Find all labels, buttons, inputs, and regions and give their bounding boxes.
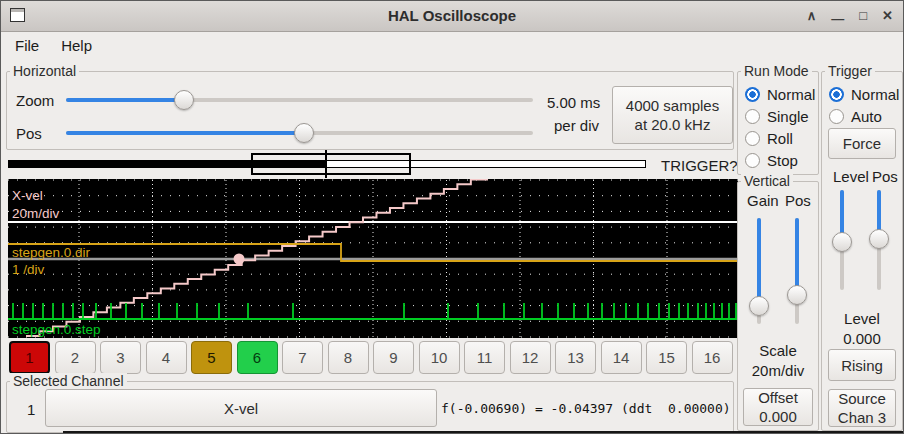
run-mode-panel: Run Mode NormalSingleRollStop bbox=[737, 71, 819, 175]
run-mode-option-roll[interactable]: Roll bbox=[738, 127, 818, 149]
run-mode-option-label: Stop bbox=[767, 152, 798, 169]
offset-button[interactable]: Offset 0.000 bbox=[743, 388, 813, 426]
scale-caption: Scale bbox=[738, 342, 818, 359]
zoom-slider[interactable] bbox=[66, 90, 533, 110]
channel-button-2[interactable]: 2 bbox=[55, 341, 96, 374]
view-window-box[interactable] bbox=[251, 153, 411, 175]
maximize-button[interactable]: □ bbox=[859, 1, 867, 31]
run-mode-option-label: Roll bbox=[767, 130, 793, 147]
horizontal-panel-title: Horizontal bbox=[10, 63, 79, 79]
trigger-edge-label: Rising bbox=[841, 356, 883, 375]
trigger-panel: Trigger NormalAuto Force Level Pos Level… bbox=[821, 71, 903, 431]
trigger-pos-slider-label: Pos bbox=[872, 168, 898, 185]
zoom-slider-handle[interactable] bbox=[174, 90, 194, 110]
vertical-pos-slider[interactable] bbox=[786, 218, 808, 324]
channel-button-14[interactable]: 14 bbox=[601, 341, 642, 374]
run-mode-option-single[interactable]: Single bbox=[738, 105, 818, 127]
pos-slider-label: Pos bbox=[16, 125, 42, 142]
gain-slider[interactable] bbox=[748, 218, 770, 324]
trigger-mode-option-label: Auto bbox=[851, 108, 882, 125]
trigger-source-button[interactable]: Source Chan 3 bbox=[828, 389, 896, 427]
trigger-level-value: 0.000 bbox=[822, 330, 902, 347]
record-rate-line: at 20.0 kHz bbox=[635, 115, 711, 134]
trigger-level-slider-label: Level bbox=[833, 168, 869, 185]
trigger-mode-option-label: Normal bbox=[851, 86, 899, 103]
close-button[interactable]: ✕ bbox=[882, 1, 893, 31]
radio-icon[interactable] bbox=[745, 109, 760, 124]
channel-button-8[interactable]: 8 bbox=[328, 341, 369, 374]
force-button[interactable]: Force bbox=[828, 128, 896, 159]
selected-channel-title: Selected Channel bbox=[10, 373, 127, 389]
trigger-level-slider[interactable] bbox=[831, 190, 853, 290]
channel-button-16[interactable]: 16 bbox=[692, 341, 733, 374]
trace-stepgen.0.step-pulses bbox=[13, 303, 736, 319]
radio-icon[interactable] bbox=[829, 87, 844, 102]
vertical-title: Vertical bbox=[741, 173, 793, 189]
time-per-div-caption: per div bbox=[547, 117, 599, 134]
selected-channel-panel: Selected Channel 1 X-vel f(-0.00690) = -… bbox=[6, 381, 734, 433]
trigger-status-label: TRIGGER? bbox=[661, 157, 733, 174]
channel-button-4[interactable]: 4 bbox=[146, 341, 187, 374]
trace-label-X-vel-scale: 20m/div bbox=[12, 206, 60, 221]
selected-channel-number: 1 bbox=[27, 401, 35, 418]
channel-button-12[interactable]: 12 bbox=[510, 341, 551, 374]
horizontal-pos-slider[interactable] bbox=[66, 123, 533, 143]
trigger-mode-option-normal[interactable]: Normal bbox=[822, 83, 902, 105]
offset-label: Offset bbox=[758, 388, 798, 407]
channel-button-15[interactable]: 15 bbox=[646, 341, 687, 374]
trigger-point-marker bbox=[234, 254, 245, 265]
trigger-level-caption: Level bbox=[822, 310, 902, 327]
horizontal-panel: Horizontal Zoom Pos 5.00 ms per div 4000… bbox=[6, 71, 734, 150]
channel-button-7[interactable]: 7 bbox=[282, 341, 323, 374]
radio-icon[interactable] bbox=[745, 153, 760, 168]
channel-button-3[interactable]: 3 bbox=[100, 341, 141, 374]
trace-label-stepgen.0.step: stepgen.0.step bbox=[12, 322, 101, 337]
radio-icon[interactable] bbox=[829, 109, 844, 124]
radio-icon[interactable] bbox=[745, 131, 760, 146]
gain-slider-handle[interactable] bbox=[749, 296, 769, 316]
run-mode-option-label: Single bbox=[767, 108, 809, 125]
menu-help[interactable]: Help bbox=[61, 37, 92, 54]
trigger-pos-slider[interactable] bbox=[868, 190, 890, 290]
trigger-pos-slider-handle[interactable] bbox=[869, 229, 889, 249]
zoom-slider-label: Zoom bbox=[16, 92, 54, 109]
channel-button-1[interactable]: 1 bbox=[9, 341, 50, 374]
channel-button-10[interactable]: 10 bbox=[419, 341, 460, 374]
halscope-window: HAL Oscilloscope ∧ — □ ✕ File Help Horiz… bbox=[0, 0, 904, 434]
scale-value: 20m/div bbox=[738, 362, 818, 379]
trace-label-stepgen.0.dir: stepgen.0.dir bbox=[12, 245, 91, 260]
trigger-source-value: Chan 3 bbox=[838, 408, 886, 427]
time-per-div-value: 5.00 ms bbox=[547, 94, 599, 111]
minimize-button[interactable]: — bbox=[831, 4, 844, 34]
trigger-source-label: Source bbox=[838, 389, 886, 408]
menu-file[interactable]: File bbox=[15, 37, 39, 54]
run-mode-option-stop[interactable]: Stop bbox=[738, 149, 818, 171]
selected-channel-name-button[interactable]: X-vel bbox=[45, 389, 437, 427]
vertical-pos-slider-handle[interactable] bbox=[787, 285, 807, 305]
force-label: Force bbox=[843, 134, 881, 153]
trigger-edge-button[interactable]: Rising bbox=[828, 349, 896, 381]
vertical-pos-slider-label: Pos bbox=[785, 192, 811, 209]
gain-slider-label: Gain bbox=[747, 192, 779, 209]
trigger-mode-option-auto[interactable]: Auto bbox=[822, 105, 902, 127]
channel-button-9[interactable]: 9 bbox=[373, 341, 414, 374]
horizontal-pos-slider-handle[interactable] bbox=[294, 123, 314, 143]
menu-bar: File Help bbox=[1, 32, 903, 58]
shade-button[interactable]: ∧ bbox=[807, 1, 817, 31]
channel-button-5[interactable]: 5 bbox=[191, 341, 232, 374]
title-bar[interactable]: HAL Oscilloscope ∧ — □ ✕ bbox=[1, 1, 903, 32]
trigger-level-slider-handle[interactable] bbox=[832, 232, 852, 252]
run-mode-title: Run Mode bbox=[741, 63, 812, 79]
offset-value: 0.000 bbox=[759, 407, 797, 426]
radio-icon[interactable] bbox=[745, 87, 760, 102]
record-samples-line: 4000 samples bbox=[626, 96, 719, 115]
channel-readout: f(-0.00690) = -0.04397 (ddt 0.00000) bbox=[441, 401, 731, 416]
oscilloscope-display: X-vel20m/divstepgen.0.dir1 /divstepgen.0… bbox=[8, 179, 738, 338]
channel-button-6[interactable]: 6 bbox=[237, 341, 278, 374]
trace-label-X-vel: X-vel bbox=[12, 188, 43, 203]
channel-button-11[interactable]: 11 bbox=[464, 341, 505, 374]
run-mode-option-normal[interactable]: Normal bbox=[738, 83, 818, 105]
record-settings-button[interactable]: 4000 samples at 20.0 kHz bbox=[612, 86, 733, 144]
channel-button-13[interactable]: 13 bbox=[555, 341, 596, 374]
trigger-position-marker[interactable] bbox=[325, 150, 327, 178]
